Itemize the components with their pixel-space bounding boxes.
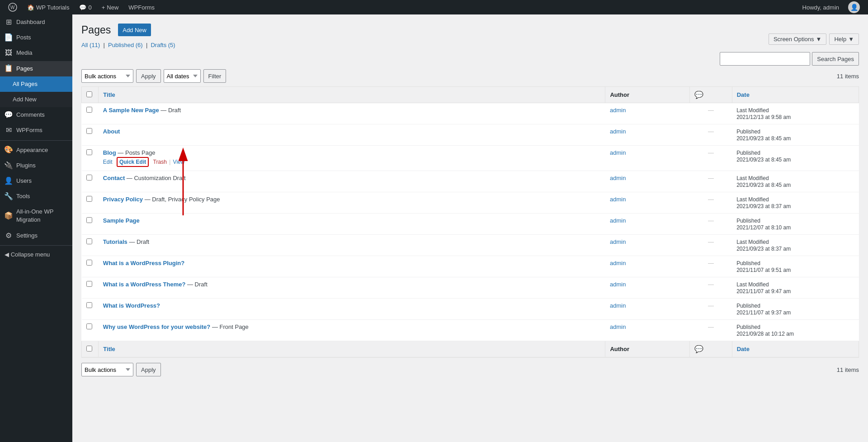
author-link[interactable]: admin <box>610 217 626 224</box>
screen-options-button[interactable]: Screen Options ▼ <box>769 33 826 45</box>
search-input[interactable] <box>720 52 810 66</box>
page-title-link[interactable]: About <box>103 128 120 135</box>
sidebar-item-media[interactable]: 🖼 Media <box>0 45 72 61</box>
author-link[interactable]: admin <box>610 128 626 135</box>
row-checkbox[interactable] <box>86 323 92 329</box>
page-title-link[interactable]: Sample Page <box>103 217 140 224</box>
apply-button-top[interactable]: Apply <box>136 69 161 83</box>
page-title-link[interactable]: What is WordPress? <box>103 302 160 309</box>
page-title-link[interactable]: Blog <box>103 149 116 156</box>
author-link[interactable]: admin <box>610 302 626 309</box>
comments-cell: — <box>690 256 732 277</box>
table-row: Privacy Policy — Draft, Privacy Policy P… <box>82 192 859 214</box>
row-checkbox[interactable] <box>86 217 92 223</box>
date-cell: Published2021/11/07 at 9:37 am <box>732 299 859 320</box>
date-cell: Last Modified2021/11/07 at 9:47 am <box>732 277 859 299</box>
author-link[interactable]: admin <box>610 238 626 245</box>
sidebar-item-users[interactable]: 👤 Users <box>0 173 72 189</box>
author-link[interactable]: admin <box>610 281 626 288</box>
page-status: — Posts Page <box>116 149 156 156</box>
page-title-link[interactable]: What is a WordPress Plugin? <box>103 260 184 266</box>
admin-bar-site[interactable]: 🏠 WP Tutorials <box>24 0 73 14</box>
posts-icon: 📄 <box>5 33 13 42</box>
sidebar-item-all-pages[interactable]: All Pages <box>0 76 72 92</box>
title-sort-link[interactable]: Title <box>103 91 115 98</box>
filter-all[interactable]: All (11) <box>81 42 100 48</box>
footer-date-sort[interactable]: Date <box>737 346 750 352</box>
author-link[interactable]: admin <box>610 149 626 156</box>
row-action-quick-edit[interactable]: Quick Edit <box>119 159 146 165</box>
page-title-link[interactable]: What is a WordPress Theme? <box>103 281 186 288</box>
page-title-link[interactable]: Contact <box>103 175 125 181</box>
author-link[interactable]: admin <box>610 175 626 181</box>
collapse-menu[interactable]: ◀ Collapse menu <box>0 247 72 261</box>
comment-footer-icon: 💬 <box>694 345 703 353</box>
apply-button-bottom[interactable]: Apply <box>136 363 161 376</box>
page-title-link[interactable]: A Sample New Page <box>103 107 159 114</box>
admin-bar-avatar[interactable]: 👤 <box>844 0 863 14</box>
table-row: AboutEdit | Quick Edit | Trash | Viewadm… <box>82 124 859 146</box>
sidebar-item-add-new[interactable]: Add New <box>0 92 72 107</box>
row-checkbox[interactable] <box>86 281 92 287</box>
chevron-down-icon: ▼ <box>816 36 822 43</box>
row-checkbox[interactable] <box>86 175 92 181</box>
page-header: Pages Add New <box>81 24 859 36</box>
sidebar-item-label: Comments <box>16 111 45 119</box>
row-checkbox[interactable] <box>86 149 92 155</box>
page-title-link[interactable]: Why use WordPress for your website? <box>103 323 210 330</box>
sidebar-item-allinone[interactable]: 📦 All-in-One WP Migration <box>0 204 72 228</box>
sidebar: ⊞ Dashboard 📄 Posts 🖼 Media 📋 Pages All … <box>0 14 72 442</box>
sidebar-item-comments[interactable]: 💬 Comments <box>0 107 72 123</box>
footer-title-sort[interactable]: Title <box>103 346 115 352</box>
select-all-checkbox-footer[interactable] <box>86 346 92 352</box>
row-action-view[interactable]: View <box>173 159 185 165</box>
table-row: What is a WordPress Theme? — DraftEdit |… <box>82 277 859 299</box>
page-title-link[interactable]: Tutorials <box>103 238 127 245</box>
row-checkbox[interactable] <box>86 238 92 244</box>
author-link[interactable]: admin <box>610 196 626 203</box>
help-button[interactable]: Help ▼ <box>829 33 859 45</box>
filter-drafts[interactable]: Drafts (5) <box>151 42 175 48</box>
sidebar-item-appearance[interactable]: 🎨 Appearance <box>0 143 72 158</box>
footer-col-date: Date <box>732 341 859 357</box>
row-action-edit[interactable]: Edit <box>103 159 113 165</box>
sidebar-item-wpforms[interactable]: ✉ WPForms <box>0 123 72 138</box>
admin-bar-new[interactable]: + New <box>98 0 123 14</box>
filter-published[interactable]: Published (6) <box>108 42 143 48</box>
row-action-trash[interactable]: Trash <box>153 159 167 165</box>
date-sort-link[interactable]: Date <box>737 91 750 98</box>
author-link[interactable]: admin <box>610 323 626 330</box>
row-checkbox[interactable] <box>86 196 92 202</box>
admin-bar-site-icon: 🏠 <box>27 4 34 11</box>
select-all-checkbox[interactable] <box>86 91 92 97</box>
page-title-link[interactable]: Privacy Policy <box>103 196 143 203</box>
comments-cell: — <box>690 103 732 124</box>
admin-bar-wpforms[interactable]: WPForms <box>125 0 158 14</box>
appearance-icon: 🎨 <box>5 146 13 154</box>
filter-button[interactable]: Filter <box>203 69 226 83</box>
admin-bar-wp-logo[interactable]: W <box>5 0 21 14</box>
sidebar-item-plugins[interactable]: 🔌 Plugins <box>0 158 72 173</box>
search-pages-button[interactable]: Search Pages <box>812 52 859 66</box>
sidebar-item-label: Pages <box>16 65 33 73</box>
bulk-actions-select-top[interactable]: Bulk actions Edit Move to Trash <box>81 69 133 83</box>
collapse-icon: ◀ <box>5 251 9 258</box>
sidebar-item-settings[interactable]: ⚙ Settings <box>0 228 72 243</box>
sidebar-item-posts[interactable]: 📄 Posts <box>0 30 72 45</box>
row-checkbox[interactable] <box>86 302 92 308</box>
author-link[interactable]: admin <box>610 260 626 266</box>
row-checkbox[interactable] <box>86 128 92 134</box>
sidebar-item-pages[interactable]: 📋 Pages <box>0 61 72 76</box>
author-link[interactable]: admin <box>610 107 626 114</box>
dates-filter-select[interactable]: All dates <box>164 69 201 83</box>
comments-cell: — <box>690 171 732 192</box>
row-checkbox[interactable] <box>86 260 92 266</box>
add-new-button[interactable]: Add New <box>118 24 151 36</box>
sidebar-item-label: WPForms <box>16 126 42 134</box>
sidebar-item-dashboard[interactable]: ⊞ Dashboard <box>0 14 72 30</box>
row-checkbox[interactable] <box>86 107 92 113</box>
admin-bar-comments[interactable]: 💬 0 <box>75 0 95 14</box>
sidebar-item-tools[interactable]: 🔧 Tools <box>0 189 72 204</box>
main-content: Screen Options ▼ Help ▼ Pages Add New Al… <box>72 14 868 442</box>
bulk-actions-select-bottom[interactable]: Bulk actions Edit Move to Trash <box>81 363 133 376</box>
